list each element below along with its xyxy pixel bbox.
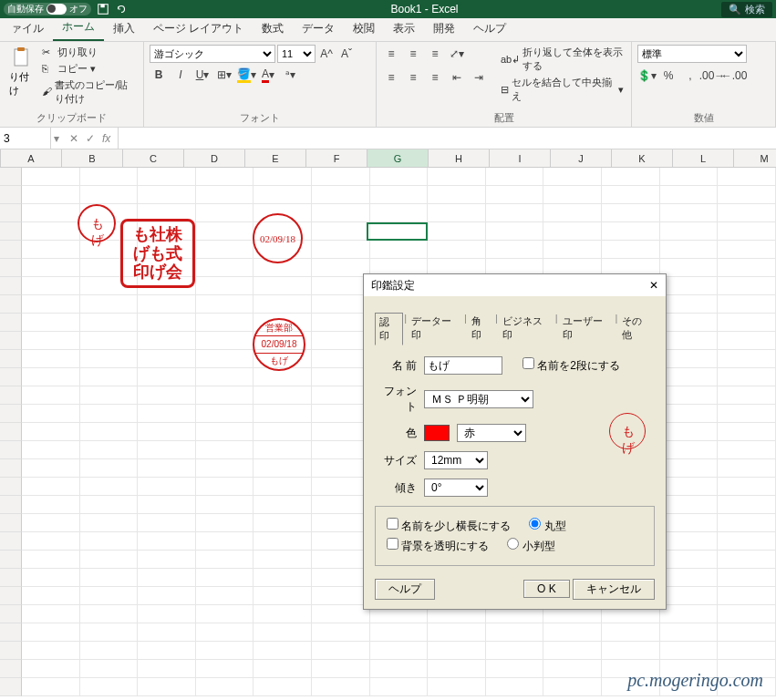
save-icon[interactable] bbox=[97, 3, 109, 15]
orientation-icon[interactable]: ⤢▾ bbox=[448, 45, 466, 63]
phonetic-button[interactable]: ᵃ▾ bbox=[281, 66, 299, 84]
tilt-select[interactable]: 0° bbox=[424, 479, 488, 497]
row-header[interactable] bbox=[0, 478, 22, 496]
row-header[interactable] bbox=[0, 660, 22, 678]
help-button[interactable]: ヘルプ bbox=[375, 579, 435, 600]
ribbon-tab-8[interactable]: 開発 bbox=[424, 17, 464, 41]
col-header[interactable]: D bbox=[184, 149, 245, 167]
font-name-select[interactable]: 游ゴシック bbox=[150, 45, 275, 63]
close-icon[interactable]: ✕ bbox=[646, 277, 662, 293]
ribbon-tab-4[interactable]: 数式 bbox=[253, 17, 293, 41]
align-middle-icon[interactable]: ≡ bbox=[404, 45, 422, 63]
stamp-square[interactable]: も社株げも式印げ会 bbox=[120, 219, 195, 288]
row-header[interactable] bbox=[0, 551, 22, 569]
accept-formula-icon[interactable]: ✓ bbox=[86, 132, 95, 145]
row-header[interactable] bbox=[0, 168, 22, 186]
row-header[interactable] bbox=[0, 222, 22, 241]
format-painter-button[interactable]: 🖌書式のコピー/貼り付け bbox=[40, 77, 138, 107]
percent-icon[interactable]: % bbox=[659, 67, 678, 85]
autosave-toggle[interactable]: 自動保存 オフ bbox=[4, 3, 91, 15]
col-header[interactable]: H bbox=[429, 149, 490, 167]
row-header[interactable] bbox=[0, 587, 22, 605]
row-header[interactable] bbox=[0, 386, 22, 405]
cancel-button[interactable]: キャンセル bbox=[573, 579, 655, 600]
fx-icon[interactable]: fx bbox=[102, 132, 110, 145]
dialog-titlebar[interactable]: 印鑑設定 ✕ bbox=[364, 274, 666, 296]
dialog-tab-4[interactable]: ユーザー印 bbox=[559, 313, 615, 345]
number-format-select[interactable]: 標準 bbox=[637, 45, 747, 63]
row-header[interactable] bbox=[0, 441, 22, 459]
row-header[interactable] bbox=[0, 678, 22, 696]
row-header[interactable] bbox=[0, 204, 22, 222]
stamp-small-circle[interactable]: もげ bbox=[78, 204, 116, 242]
decrease-decimal-icon[interactable]: ←.00 bbox=[725, 67, 743, 85]
col-header[interactable]: J bbox=[551, 149, 612, 167]
row-header[interactable] bbox=[0, 623, 22, 642]
currency-icon[interactable]: 💲▾ bbox=[637, 67, 656, 85]
shape-oval-radio[interactable]: 小判型 bbox=[507, 538, 554, 554]
ribbon-tab-0[interactable]: ァイル bbox=[2, 17, 53, 41]
paste-button[interactable]: り付け bbox=[5, 45, 36, 99]
two-line-checkbox[interactable]: 名前を2段にする bbox=[523, 357, 620, 374]
font-size-select[interactable]: 11 bbox=[277, 45, 316, 63]
opt-transparent-checkbox[interactable]: 背景を透明にする bbox=[387, 538, 489, 554]
dialog-tab-5[interactable]: その他 bbox=[618, 313, 655, 345]
col-header[interactable]: E bbox=[245, 149, 306, 167]
shrink-font-icon[interactable]: Aˇ bbox=[337, 45, 356, 63]
row-header[interactable] bbox=[0, 295, 22, 314]
search-box[interactable]: 🔍 検索 bbox=[721, 2, 772, 17]
row-header[interactable] bbox=[0, 605, 22, 623]
font-select[interactable]: ＭＳ Ｐ明朝 bbox=[424, 390, 533, 408]
fill-color-button[interactable]: 🪣▾ bbox=[237, 66, 255, 84]
ribbon-tab-2[interactable]: 挿入 bbox=[104, 17, 144, 41]
name-input[interactable] bbox=[424, 356, 502, 375]
row-header[interactable] bbox=[0, 314, 22, 332]
row-header[interactable] bbox=[0, 186, 22, 204]
italic-button[interactable]: I bbox=[171, 66, 190, 84]
row-header[interactable] bbox=[0, 496, 22, 514]
row-header[interactable] bbox=[0, 350, 22, 368]
color-select[interactable]: 赤 bbox=[457, 424, 526, 442]
font-color-button[interactable]: A▾ bbox=[259, 66, 277, 84]
row-header[interactable] bbox=[0, 241, 22, 259]
ribbon-tab-5[interactable]: データ bbox=[293, 17, 344, 41]
align-top-icon[interactable]: ≡ bbox=[382, 45, 400, 63]
row-header[interactable] bbox=[0, 368, 22, 386]
cancel-formula-icon[interactable]: ✕ bbox=[69, 132, 78, 145]
dialog-tab-3[interactable]: ビジネス印 bbox=[499, 313, 554, 345]
ribbon-tab-6[interactable]: 校閲 bbox=[344, 17, 384, 41]
size-select[interactable]: 12mm bbox=[424, 451, 488, 469]
dialog-tab-0[interactable]: 認印 bbox=[375, 313, 403, 345]
row-header[interactable] bbox=[0, 569, 22, 587]
copy-button[interactable]: ⎘コピー ▾ bbox=[40, 61, 138, 77]
opt-wide-checkbox[interactable]: 名前を少し横長にする bbox=[387, 518, 511, 534]
col-header[interactable]: I bbox=[490, 149, 551, 167]
row-header[interactable] bbox=[0, 423, 22, 441]
indent-decrease-icon[interactable]: ⇤ bbox=[448, 68, 466, 87]
name-box[interactable]: 3 bbox=[0, 128, 51, 149]
stamp-date-circle[interactable]: 02/09/18 bbox=[253, 213, 303, 263]
row-header[interactable] bbox=[0, 405, 22, 423]
ribbon-tab-9[interactable]: ヘルプ bbox=[464, 17, 515, 41]
align-center-icon[interactable]: ≡ bbox=[404, 68, 422, 87]
stamp-triple[interactable]: 営業部 02/09/18 もげ bbox=[253, 318, 305, 371]
shape-round-radio[interactable]: 丸型 bbox=[529, 518, 565, 534]
dialog-tab-2[interactable]: 角印 bbox=[468, 313, 494, 345]
increase-decimal-icon[interactable]: .00→ bbox=[703, 67, 721, 85]
row-header[interactable] bbox=[0, 532, 22, 551]
ribbon-tab-7[interactable]: 表示 bbox=[384, 17, 424, 41]
underline-button[interactable]: U▾ bbox=[193, 66, 212, 84]
row-header[interactable] bbox=[0, 514, 22, 532]
ribbon-tab-1[interactable]: ホーム bbox=[53, 15, 104, 41]
wrap-text-button[interactable]: ab↲折り返して全体を表示する bbox=[499, 45, 626, 74]
col-header[interactable]: G bbox=[367, 149, 429, 167]
row-header[interactable] bbox=[0, 642, 22, 660]
col-header[interactable]: L bbox=[673, 149, 734, 167]
cut-button[interactable]: ✂切り取り bbox=[40, 45, 138, 60]
indent-increase-icon[interactable]: ⇥ bbox=[470, 68, 488, 87]
row-header[interactable] bbox=[0, 332, 22, 350]
merge-button[interactable]: ⊟セルを結合して中央揃え ▾ bbox=[499, 75, 626, 104]
col-header[interactable]: C bbox=[123, 149, 184, 167]
col-header[interactable]: M bbox=[734, 149, 776, 167]
border-button[interactable]: ⊞▾ bbox=[215, 66, 233, 84]
